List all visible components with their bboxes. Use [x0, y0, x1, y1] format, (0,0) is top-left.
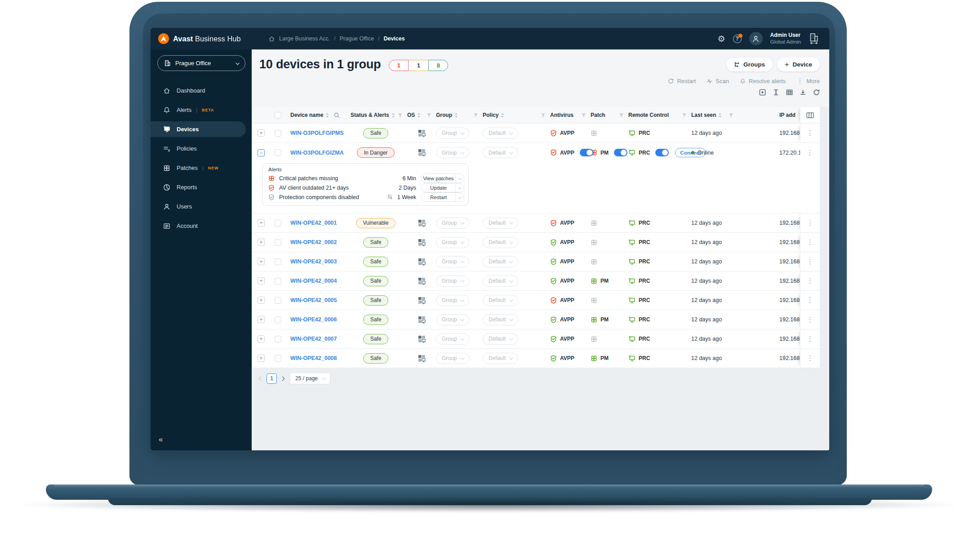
- safe-count-badge[interactable]: 8: [428, 60, 448, 71]
- patch-toggle[interactable]: [614, 149, 627, 156]
- company-switcher-icon[interactable]: [809, 33, 819, 44]
- device-name-link[interactable]: WIN-OPE42_0001: [286, 220, 337, 226]
- chevron-down-icon[interactable]: [455, 193, 464, 201]
- policy-select[interactable]: Default: [483, 218, 518, 229]
- scan-action[interactable]: Scan: [707, 78, 729, 84]
- sidebar-item-devices[interactable]: Devices: [151, 120, 252, 139]
- vulnerable-count-badge[interactable]: 1: [409, 60, 428, 71]
- group-select[interactable]: Group: [436, 237, 469, 248]
- col-status[interactable]: Status & Alerts: [351, 112, 389, 118]
- row-menu-icon[interactable]: ⋮: [807, 335, 814, 343]
- device-name-link[interactable]: WIN-O3POLFGIPMS: [286, 130, 344, 136]
- next-page-icon[interactable]: [280, 376, 285, 381]
- policy-select[interactable]: Default: [483, 314, 518, 325]
- expand-row-button[interactable]: +: [258, 277, 265, 284]
- row-menu-icon[interactable]: ⋮: [807, 316, 814, 324]
- row-checkbox[interactable]: [275, 278, 281, 284]
- view-patches-button[interactable]: View patches: [421, 173, 464, 183]
- breadcrumb-account[interactable]: Large Business Acc.: [279, 36, 330, 42]
- policy-select[interactable]: Default: [483, 147, 518, 158]
- remote-control-toggle[interactable]: [655, 149, 669, 156]
- row-checkbox[interactable]: [275, 355, 281, 362]
- row-checkbox[interactable]: [275, 239, 281, 246]
- policy-select[interactable]: Default: [483, 353, 518, 364]
- prev-page-icon[interactable]: [259, 376, 263, 381]
- breadcrumb-site[interactable]: Prague Office: [340, 36, 374, 42]
- col-patch[interactable]: Patch: [591, 112, 605, 118]
- restart-button[interactable]: Restart: [421, 192, 464, 202]
- device-name-link[interactable]: WIN-OPE42_0004: [286, 278, 337, 284]
- policy-select[interactable]: Default: [483, 128, 518, 139]
- export-download-icon[interactable]: [800, 89, 806, 96]
- row-height-icon[interactable]: [773, 89, 779, 96]
- sort-icon[interactable]: [718, 112, 722, 118]
- antivirus-toggle[interactable]: [580, 149, 593, 156]
- danger-count-badge[interactable]: 1: [389, 60, 409, 71]
- sort-icon[interactable]: [417, 112, 421, 118]
- sidebar-item-alerts[interactable]: Alerts | BETA: [151, 100, 252, 120]
- row-menu-icon[interactable]: ⋮: [807, 354, 814, 362]
- expand-row-button[interactable]: +: [258, 297, 265, 304]
- search-icon[interactable]: [334, 112, 340, 118]
- row-menu-icon[interactable]: ⋮: [807, 149, 814, 157]
- add-column-icon[interactable]: [759, 89, 766, 96]
- sidebar-item-account[interactable]: Account: [151, 216, 252, 236]
- expand-row-button[interactable]: +: [258, 239, 265, 246]
- device-name-link[interactable]: WIN-OPE42_0008: [286, 355, 337, 361]
- breadcrumb-home-icon[interactable]: [268, 36, 275, 42]
- sidebar-item-patches[interactable]: Patches | NEW: [151, 158, 252, 178]
- group-select[interactable]: Group: [436, 256, 469, 267]
- sidebar-item-dashboard[interactable]: Dashboard: [151, 81, 252, 100]
- chevron-down-icon[interactable]: [455, 174, 464, 182]
- current-page[interactable]: 1: [267, 373, 277, 384]
- row-menu-icon[interactable]: ⋮: [807, 219, 814, 227]
- row-menu-icon[interactable]: ⋮: [807, 238, 814, 246]
- sidebar-item-reports[interactable]: Reports: [151, 178, 252, 197]
- policy-select[interactable]: Default: [483, 237, 518, 248]
- more-action[interactable]: ⋮ More: [796, 77, 820, 85]
- policy-select[interactable]: Default: [483, 333, 518, 345]
- user-avatar[interactable]: [749, 32, 763, 45]
- group-select[interactable]: Group: [436, 128, 469, 139]
- device-name-link[interactable]: WIN-OPE42_0002: [286, 239, 337, 245]
- row-checkbox[interactable]: [275, 220, 281, 227]
- table-view-icon[interactable]: [786, 89, 793, 96]
- group-select[interactable]: Group: [436, 218, 469, 229]
- restart-action[interactable]: Restart: [668, 78, 696, 84]
- filter-icon[interactable]: [581, 113, 586, 118]
- device-name-link[interactable]: WIN-O3POLFGIZMA: [286, 150, 344, 156]
- col-ip-address[interactable]: IP address: [779, 112, 796, 118]
- col-remote-control[interactable]: Remote Control: [628, 112, 669, 118]
- expand-row-button[interactable]: +: [258, 219, 265, 227]
- device-name-link[interactable]: WIN-OPE42_0003: [286, 258, 337, 265]
- collapse-row-button[interactable]: −: [258, 149, 265, 156]
- col-last-seen[interactable]: Last seen: [691, 112, 716, 118]
- row-checkbox[interactable]: [275, 336, 281, 342]
- expand-row-button[interactable]: +: [258, 129, 265, 137]
- refresh-icon[interactable]: [813, 89, 820, 96]
- group-select[interactable]: Group: [436, 353, 469, 364]
- policy-select[interactable]: Default: [483, 256, 518, 267]
- row-checkbox[interactable]: [275, 316, 281, 323]
- chevron-down-icon[interactable]: [455, 183, 464, 192]
- filter-icon[interactable]: [473, 113, 478, 118]
- device-name-link[interactable]: WIN-OPE42_0006: [286, 316, 337, 323]
- filter-icon[interactable]: [682, 113, 687, 118]
- expand-row-button[interactable]: +: [258, 355, 265, 362]
- expand-row-button[interactable]: +: [258, 258, 265, 265]
- sidebar-item-users[interactable]: Users: [151, 197, 252, 216]
- group-select[interactable]: Group: [436, 276, 469, 287]
- group-select[interactable]: Group: [436, 147, 469, 158]
- site-selector[interactable]: Prague Office: [157, 55, 245, 71]
- row-menu-icon[interactable]: ⋮: [807, 129, 814, 137]
- sort-icon[interactable]: [501, 112, 504, 118]
- col-group[interactable]: Group: [436, 112, 452, 118]
- help-icon[interactable]: ?: [733, 35, 742, 43]
- sort-icon[interactable]: [454, 112, 458, 118]
- row-menu-icon[interactable]: ⋮: [807, 277, 814, 285]
- row-checkbox[interactable]: [275, 297, 281, 304]
- col-policy[interactable]: Policy: [483, 112, 498, 118]
- filter-icon[interactable]: [729, 113, 734, 118]
- filter-icon[interactable]: [619, 113, 624, 118]
- expand-row-button[interactable]: +: [258, 316, 265, 323]
